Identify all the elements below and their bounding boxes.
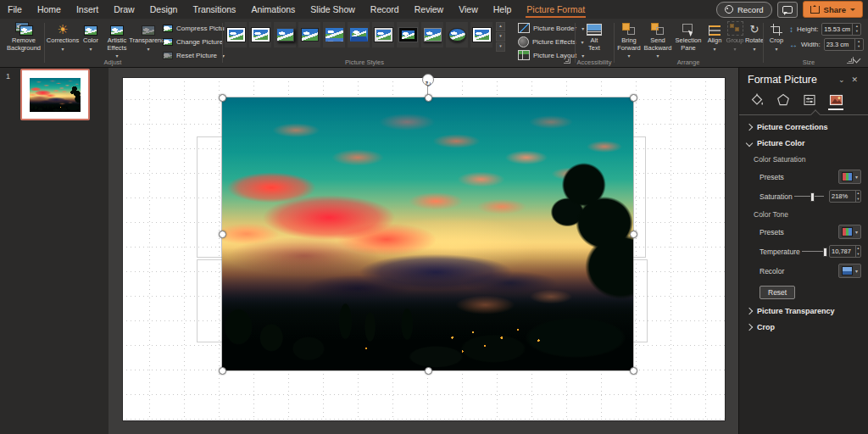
- transparency-button[interactable]: Transparency: [131, 21, 165, 53]
- menu-tab-record[interactable]: Record: [363, 0, 407, 19]
- resize-handle-top-left[interactable]: [219, 94, 226, 102]
- picture-style-3[interactable]: [274, 22, 296, 47]
- chevron-right-icon: [746, 124, 753, 131]
- ribbon: Remove Background ☀ Corrections Color Ar…: [0, 19, 868, 68]
- menu-tab-picture-format[interactable]: Picture Format: [519, 0, 593, 19]
- picture-style-6[interactable]: [348, 22, 370, 47]
- pane-chevron-down-icon[interactable]: ⌄: [835, 75, 849, 84]
- align-button[interactable]: Align: [704, 21, 725, 53]
- collapse-ribbon-chevron-icon[interactable]: [853, 55, 861, 64]
- effects-tab[interactable]: [774, 92, 793, 108]
- saturation-presets-dropdown[interactable]: ▾: [838, 170, 861, 184]
- gallery-scroll-up-button[interactable]: ▴: [496, 22, 505, 31]
- picture-style-1[interactable]: [225, 22, 247, 47]
- width-input[interactable]: [825, 41, 854, 48]
- height-spinner[interactable]: ▴▾: [852, 24, 860, 35]
- menu-tab-view[interactable]: View: [451, 0, 486, 19]
- crop-button[interactable]: Crop: [765, 21, 787, 53]
- pane-close-icon[interactable]: ✕: [848, 75, 861, 84]
- share-button[interactable]: Share: [803, 1, 863, 18]
- resize-handle-middle-right[interactable]: [630, 231, 637, 238]
- menu-tab-design[interactable]: Design: [142, 0, 186, 19]
- group-button[interactable]: Group: [725, 21, 745, 53]
- height-label: Height:: [797, 25, 818, 33]
- change-picture-label: Change Picture: [176, 38, 223, 46]
- picture-style-2[interactable]: [249, 22, 271, 47]
- crop-section[interactable]: Crop: [739, 315, 868, 331]
- picture-effects-icon: [518, 36, 529, 47]
- recolor-dropdown[interactable]: ▾: [838, 264, 861, 278]
- menu-tab-animations[interactable]: Animations: [243, 0, 303, 19]
- reset-button[interactable]: Reset: [760, 286, 795, 299]
- divider: [44, 23, 45, 63]
- color-button[interactable]: Color: [79, 21, 103, 53]
- selection-pane-button[interactable]: Selection Pane: [672, 21, 704, 52]
- picture-effects-button[interactable]: Picture Effects: [518, 36, 583, 47]
- picture-style-10[interactable]: [446, 22, 468, 47]
- slide[interactable]: [123, 78, 725, 420]
- saturation-spinner[interactable]: ▴▾: [855, 191, 860, 202]
- menu-tab-draw[interactable]: Draw: [106, 0, 142, 19]
- height-input[interactable]: [822, 25, 852, 33]
- comments-button[interactable]: [777, 2, 798, 18]
- gallery-scroll-controls: ▴ ▾ ▾: [496, 22, 505, 52]
- picture-style-9[interactable]: [421, 22, 443, 47]
- menu-tab-transitions[interactable]: Transitions: [185, 0, 243, 19]
- preset-thumbnail-icon: [842, 172, 853, 181]
- resize-handle-top-right[interactable]: [630, 94, 637, 102]
- send-backward-button[interactable]: Send Backward: [643, 21, 672, 60]
- resize-handle-bottom-left[interactable]: [219, 367, 226, 375]
- resize-handle-bottom-center[interactable]: [425, 367, 432, 375]
- size-properties-tab[interactable]: [800, 92, 819, 108]
- temperature-input[interactable]: [830, 248, 855, 255]
- editing-canvas[interactable]: [108, 67, 739, 434]
- menu-tab-review[interactable]: Review: [407, 0, 451, 19]
- change-picture-icon: [163, 38, 173, 46]
- resize-handle-bottom-right[interactable]: [630, 367, 637, 375]
- slide-thumbnail-1[interactable]: [20, 69, 90, 120]
- width-spinner[interactable]: ▴▾: [854, 39, 863, 50]
- menu-tab-help[interactable]: Help: [486, 0, 520, 19]
- temperature-slider-thumb[interactable]: [823, 248, 827, 257]
- saturation-slider[interactable]: [794, 196, 824, 197]
- corrections-button[interactable]: ☀ Corrections: [47, 21, 79, 53]
- chevron-down-icon: [746, 140, 753, 147]
- saturation-slider-thumb[interactable]: [810, 192, 815, 202]
- fill-line-tab[interactable]: [748, 92, 766, 108]
- slide-thumbnail-panel: 1: [0, 67, 109, 434]
- record-button[interactable]: Record: [716, 2, 772, 18]
- gallery-more-button[interactable]: ▾: [496, 42, 505, 52]
- picture-transparency-section[interactable]: Picture Transparency: [739, 299, 868, 315]
- artistic-effects-icon: [110, 25, 124, 36]
- bring-forward-button[interactable]: Bring Forward: [615, 21, 643, 60]
- picture-color-section[interactable]: Picture Color: [739, 131, 868, 147]
- picture-style-5[interactable]: [323, 22, 345, 47]
- remove-background-button[interactable]: Remove Background: [5, 21, 42, 52]
- picture-border-icon: [518, 23, 530, 33]
- picture-corrections-section[interactable]: Picture Corrections: [739, 115, 868, 131]
- menu-tab-insert[interactable]: Insert: [69, 0, 106, 19]
- rotate-button[interactable]: ↻ Rotate: [745, 21, 764, 53]
- picture-style-4[interactable]: [298, 22, 320, 47]
- change-picture-button[interactable]: Change Picture: [163, 36, 231, 47]
- menu-tab-slide-show[interactable]: Slide Show: [303, 0, 363, 19]
- resize-handle-top-center[interactable]: [425, 94, 432, 102]
- menu-tab-file[interactable]: File: [0, 0, 30, 19]
- resize-handle-middle-left[interactable]: [219, 231, 226, 238]
- picture-styles-dialog-launcher[interactable]: [564, 57, 570, 64]
- artistic-effects-button[interactable]: Artistic Effects: [103, 21, 131, 60]
- saturation-input[interactable]: [830, 192, 855, 200]
- picture-tab[interactable]: [826, 92, 845, 108]
- alt-text-button[interactable]: Alt Text: [584, 21, 604, 52]
- temperature-spinner[interactable]: ▴▾: [855, 246, 860, 257]
- group-label: Group: [726, 37, 744, 45]
- menu-tab-home[interactable]: Home: [30, 0, 69, 19]
- picture-style-7[interactable]: [372, 22, 394, 47]
- tone-presets-dropdown[interactable]: ▾: [838, 225, 861, 239]
- gallery-scroll-down-button[interactable]: ▾: [496, 32, 505, 42]
- picture-style-8[interactable]: [397, 22, 419, 47]
- rotation-handle[interactable]: [422, 74, 434, 86]
- selected-picture[interactable]: [222, 97, 633, 370]
- picture-style-11[interactable]: [470, 22, 492, 47]
- temperature-slider[interactable]: [802, 251, 824, 252]
